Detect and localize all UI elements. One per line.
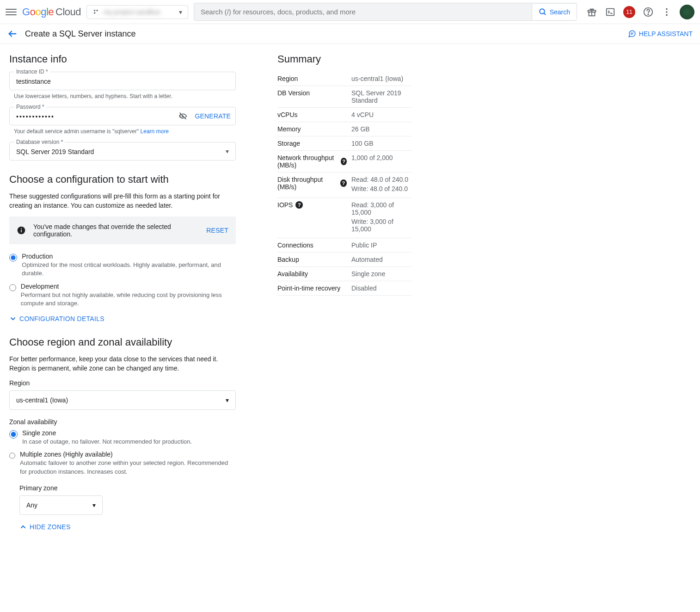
summary-table: Regionus-central1 (Iowa)DB VersionSQL Se… xyxy=(277,72,411,296)
search-bar: Search xyxy=(194,3,577,21)
svg-point-11 xyxy=(666,8,668,10)
summary-key: Storage xyxy=(277,140,347,147)
reset-button[interactable]: RESET xyxy=(206,227,228,234)
summary-key: vCPUs xyxy=(277,111,347,118)
svg-point-3 xyxy=(540,9,545,14)
summary-value: Public IP xyxy=(351,241,411,249)
config-desc: These suggested configurations will pre-… xyxy=(9,192,236,210)
config-option-production[interactable]: Production Optimized for the most critic… xyxy=(9,253,236,278)
svg-rect-8 xyxy=(607,8,614,15)
config-option-development[interactable]: Development Performant but not highly av… xyxy=(9,283,236,308)
summary-key: IOPS? xyxy=(277,201,347,209)
development-radio[interactable] xyxy=(9,284,16,292)
instance-info-heading: Instance info xyxy=(9,53,236,65)
summary-row: IOPS?Read: 3,000 of 15,000Write: 3,000 o… xyxy=(277,198,411,238)
caret-down-icon: ▾ xyxy=(92,501,96,509)
project-selector[interactable]: my-project-sandbox ▾ xyxy=(86,5,188,19)
svg-point-19 xyxy=(21,228,22,229)
password-field[interactable]: Password * GENERATE xyxy=(9,107,236,125)
summary-value: Read: 3,000 of 15,000Write: 3,000 of 15,… xyxy=(351,201,411,235)
generate-button[interactable]: GENERATE xyxy=(195,112,231,120)
svg-point-2 xyxy=(94,12,95,13)
zone-option-single[interactable]: Single zone In case of outage, no failov… xyxy=(9,429,236,446)
summary-key: Network throughput (MB/s)? xyxy=(277,154,347,169)
summary-row: Regionus-central1 (Iowa) xyxy=(277,72,411,86)
summary-row: Memory26 GB xyxy=(277,122,411,136)
summary-key: Memory xyxy=(277,125,347,133)
summary-row: Disk throughput (MB/s)?Read: 48.0 of 240… xyxy=(277,173,411,198)
single-zone-radio[interactable] xyxy=(9,430,18,439)
summary-value: SQL Server 2019 Standard xyxy=(351,89,411,104)
summary-value: us-central1 (Iowa) xyxy=(351,75,411,82)
region-desc: For better performance, keep your data c… xyxy=(9,355,236,373)
avatar[interactable] xyxy=(680,5,694,19)
zone-option-multiple[interactable]: Multiple zones (Highly available) Automa… xyxy=(9,451,236,476)
summary-value: 100 GB xyxy=(351,140,411,147)
summary-key: Availability xyxy=(277,270,347,278)
project-name: my-project-sandbox xyxy=(104,8,175,16)
password-hint: Your default service admin username is "… xyxy=(14,128,236,135)
svg-line-4 xyxy=(544,13,546,15)
summary-heading: Summary xyxy=(277,53,411,65)
summary-value: Disabled xyxy=(351,284,411,292)
search-button[interactable]: Search xyxy=(532,4,577,20)
google-cloud-logo[interactable]: GoogleCloud xyxy=(22,6,81,18)
summary-row: vCPUs4 vCPU xyxy=(277,108,411,122)
notification-badge[interactable]: 11 xyxy=(623,6,635,18)
summary-key: DB Version xyxy=(277,89,347,97)
info-icon xyxy=(17,226,26,235)
production-radio[interactable] xyxy=(9,253,17,262)
summary-value: Read: 48.0 of 240.0Write: 48.0 of 240.0 xyxy=(351,176,411,194)
config-details-toggle[interactable]: CONFIGURATION DETAILS xyxy=(9,315,236,322)
primary-zone-label: Primary zone xyxy=(19,484,236,492)
config-heading: Choose a configuration to start with xyxy=(9,173,236,185)
help-assistant-button[interactable]: HELP ASSISTANT xyxy=(628,30,693,38)
menu-icon[interactable] xyxy=(6,6,17,18)
summary-row: DB VersionSQL Server 2019 Standard xyxy=(277,86,411,108)
instance-id-input[interactable] xyxy=(16,78,229,85)
instance-id-hint: Use lowercase letters, numbers, and hyph… xyxy=(14,93,236,99)
multiple-zone-radio[interactable] xyxy=(9,451,15,460)
summary-row: BackupAutomated xyxy=(277,253,411,267)
visibility-off-icon[interactable] xyxy=(178,111,188,121)
help-icon[interactable]: ? xyxy=(341,158,347,165)
summary-value: Automated xyxy=(351,256,411,263)
summary-row: Storage100 GB xyxy=(277,136,411,151)
svg-point-0 xyxy=(94,10,95,11)
db-version-select[interactable]: Database version * SQL Server 2019 Stand… xyxy=(9,142,236,161)
region-select[interactable]: us-central1 (Iowa) ▾ xyxy=(9,390,236,410)
caret-down-icon: ▾ xyxy=(226,148,229,155)
summary-row: ConnectionsPublic IP xyxy=(277,238,411,253)
summary-row: AvailabilitySingle zone xyxy=(277,267,411,281)
more-icon[interactable] xyxy=(661,6,672,18)
summary-value: 4 vCPU xyxy=(351,111,411,118)
caret-down-icon: ▾ xyxy=(226,396,229,404)
summary-value: 26 GB xyxy=(351,125,411,133)
svg-point-1 xyxy=(96,10,98,11)
page-header: Create a SQL Server instance HELP ASSIST… xyxy=(0,24,700,44)
gift-icon[interactable] xyxy=(586,6,597,18)
help-icon[interactable]: ? xyxy=(340,179,347,187)
caret-down-icon: ▾ xyxy=(179,8,182,16)
summary-key: Backup xyxy=(277,256,347,263)
page-title: Create a SQL Server instance xyxy=(25,29,135,39)
help-icon[interactable]: ? xyxy=(295,201,303,209)
region-heading: Choose region and zonal availability xyxy=(9,336,236,348)
hide-zones-toggle[interactable]: HIDE ZONES xyxy=(19,523,236,531)
search-input[interactable] xyxy=(194,3,532,20)
summary-key: Disk throughput (MB/s)? xyxy=(277,176,347,191)
svg-point-12 xyxy=(666,11,668,13)
summary-row: Point-in-time recoveryDisabled xyxy=(277,281,411,296)
back-arrow-icon[interactable] xyxy=(7,29,18,39)
cloud-shell-icon[interactable] xyxy=(605,6,616,18)
summary-value: Single zone xyxy=(351,270,411,278)
primary-zone-select[interactable]: Any ▾ xyxy=(19,495,103,515)
zonal-label: Zonal availability xyxy=(9,418,236,426)
region-label: Region xyxy=(9,379,236,387)
svg-point-13 xyxy=(666,14,668,16)
svg-point-10 xyxy=(648,14,648,14)
help-icon[interactable] xyxy=(643,6,654,18)
learn-more-link[interactable]: Learn more xyxy=(141,128,169,135)
instance-id-field[interactable]: Instance ID * xyxy=(9,72,236,90)
summary-key: Connections xyxy=(277,241,347,249)
